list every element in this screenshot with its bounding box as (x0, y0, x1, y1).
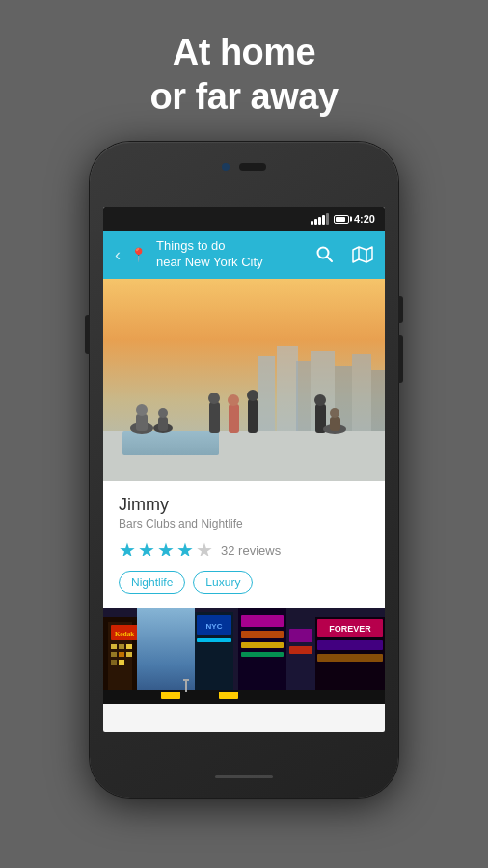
phone-shell: 4:20 ‹ 📍 Things to do near New York City (90, 142, 398, 798)
svg-rect-61 (317, 654, 383, 662)
back-icon[interactable]: ‹ (115, 245, 121, 265)
svg-rect-13 (122, 431, 219, 455)
svg-rect-62 (103, 690, 385, 704)
svg-rect-50 (241, 615, 284, 627)
home-indicator (215, 775, 273, 778)
signal-icon (311, 213, 329, 225)
rating-row: ★ ★ ★ ★ ★ 32 reviews (119, 538, 369, 561)
svg-rect-65 (185, 680, 187, 692)
star-1: ★ (119, 538, 136, 561)
star-2: ★ (138, 538, 155, 561)
speaker-grille (239, 163, 266, 171)
power-button-top (398, 296, 403, 323)
svg-rect-7 (296, 361, 311, 443)
svg-rect-36 (111, 644, 117, 649)
svg-point-30 (330, 408, 339, 418)
svg-rect-42 (111, 660, 117, 665)
svg-text:NYC: NYC (206, 622, 223, 631)
search-icon[interactable] (315, 245, 335, 264)
svg-rect-40 (119, 652, 124, 657)
headline: At home or far away (149, 31, 338, 119)
tag-luxury[interactable]: Luxury (193, 571, 253, 594)
location-pin-icon: 📍 (130, 247, 147, 262)
hero-scene-svg (103, 279, 385, 481)
headline-line1: At home (173, 32, 316, 72)
star-rating: ★ ★ ★ ★ ★ (119, 538, 213, 561)
svg-text:FOREVER: FOREVER (329, 624, 371, 634)
svg-point-23 (228, 394, 239, 406)
svg-point-27 (314, 394, 326, 406)
power-button-bottom (398, 335, 403, 383)
svg-rect-48 (197, 638, 231, 642)
svg-rect-37 (119, 644, 124, 649)
status-time: 4:20 (354, 213, 375, 225)
star-3: ★ (157, 538, 175, 561)
svg-rect-41 (126, 652, 132, 657)
svg-rect-5 (258, 356, 275, 443)
svg-rect-64 (219, 692, 238, 699)
svg-point-19 (158, 408, 168, 418)
svg-rect-18 (158, 417, 168, 431)
star-4: ★ (176, 538, 194, 561)
place-card: Jimmy Bars Clubs and Nightlife ★ ★ ★ ★ ★… (103, 481, 385, 608)
svg-rect-53 (241, 652, 284, 657)
svg-rect-52 (241, 642, 284, 648)
star-5-empty: ★ (196, 538, 213, 561)
svg-rect-15 (136, 414, 148, 431)
svg-rect-55 (289, 629, 312, 642)
place-name: Jimmy (119, 495, 369, 515)
svg-line-1 (328, 258, 333, 262)
svg-text:Kodak: Kodak (115, 630, 134, 637)
svg-rect-20 (209, 402, 220, 433)
headline-line2: or far away (149, 76, 338, 117)
phone-device: 4:20 ‹ 📍 Things to do near New York City (90, 142, 398, 798)
times-square-image: Kodak NYC (103, 608, 385, 704)
svg-rect-60 (317, 640, 383, 650)
svg-rect-63 (161, 692, 180, 699)
svg-rect-56 (289, 646, 312, 654)
hero-image (103, 279, 385, 481)
volume-button (85, 315, 90, 354)
second-card[interactable]: Kodak NYC (103, 608, 385, 704)
status-bar: 4:20 (103, 207, 385, 231)
app-bar-title: Things to do near New York City (156, 238, 306, 271)
app-bar-title-line1: Things to do (156, 238, 306, 255)
svg-rect-22 (229, 404, 239, 433)
svg-rect-10 (352, 354, 371, 443)
svg-rect-51 (241, 631, 284, 638)
svg-point-25 (247, 390, 258, 401)
phone-screen: 4:20 ‹ 📍 Things to do near New York City (103, 207, 385, 732)
battery-icon (334, 215, 349, 224)
svg-rect-38 (126, 644, 132, 649)
tags-row: Nightlife Luxury (119, 571, 369, 594)
svg-rect-29 (330, 417, 340, 431)
svg-rect-6 (277, 346, 298, 443)
phone-top-area (222, 163, 266, 171)
app-bar-title-line2: near New York City (156, 255, 306, 271)
place-category: Bars Clubs and Nightlife (119, 517, 369, 530)
map-icon[interactable] (352, 246, 373, 263)
svg-point-16 (136, 404, 148, 416)
front-camera (222, 163, 230, 171)
app-bar[interactable]: ‹ 📍 Things to do near New York City (103, 231, 385, 279)
svg-rect-24 (248, 399, 258, 433)
svg-rect-43 (119, 660, 124, 665)
svg-rect-66 (183, 679, 189, 681)
tag-nightlife[interactable]: Nightlife (119, 571, 185, 594)
review-count: 32 reviews (221, 543, 281, 557)
svg-rect-39 (111, 652, 117, 657)
svg-point-21 (208, 393, 220, 404)
